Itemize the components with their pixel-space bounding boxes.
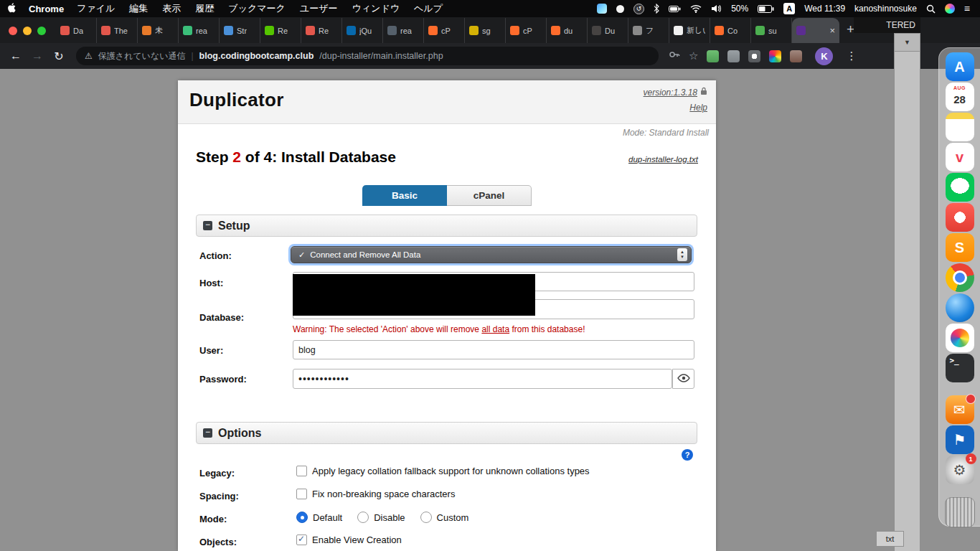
browser-tab[interactable]: Co	[710, 18, 751, 43]
dock-settings-icon[interactable]: ⚙ 1	[946, 456, 974, 484]
input-source-icon[interactable]: A	[783, 3, 795, 14]
zoom-window-button[interactable]	[37, 27, 46, 35]
dock-notes-icon[interactable]	[946, 113, 974, 141]
browser-tab[interactable]: フ	[628, 18, 669, 43]
browser-tab[interactable]: Du	[588, 18, 628, 43]
spacing-checkbox[interactable]	[296, 489, 307, 499]
menu-item[interactable]: 表示	[162, 2, 181, 15]
dock-line-icon[interactable]	[946, 173, 974, 202]
back-icon[interactable]: ←	[6, 50, 26, 62]
keyboard-battery-icon[interactable]	[669, 6, 681, 12]
time-machine-icon[interactable]: ↺	[633, 4, 644, 14]
dock-terminal-icon[interactable]: >_	[946, 354, 974, 382]
active-tab[interactable]: ×	[792, 18, 839, 43]
browser-tab[interactable]: Re	[260, 18, 301, 43]
browser-tab[interactable]: jQu	[342, 18, 383, 43]
minimize-window-button[interactable]	[23, 27, 32, 35]
security-chip[interactable]: 保護されていない通信	[98, 50, 186, 62]
app-menu-chrome[interactable]: Chrome	[29, 4, 64, 14]
objects-checkbox[interactable]	[296, 534, 307, 545]
browser-tab[interactable]: 未	[138, 18, 179, 43]
menu-item[interactable]: 履歴	[195, 2, 214, 15]
collapse-icon[interactable]: −	[203, 221, 212, 230]
dock-browser-ball-icon[interactable]	[946, 293, 974, 322]
forward-icon[interactable]: →	[27, 50, 47, 62]
tab-close-icon[interactable]: ×	[829, 25, 835, 36]
collapse-icon[interactable]: −	[203, 428, 212, 438]
dock-calendar-icon[interactable]: AUG 28	[946, 83, 974, 111]
mode-custom-radio[interactable]	[420, 512, 432, 523]
menu-item[interactable]: ファイル	[77, 2, 115, 15]
tab-basic[interactable]: Basic	[362, 185, 447, 206]
menu-item[interactable]: ユーザー	[300, 2, 338, 15]
shield-gray-ext-icon[interactable]	[727, 50, 740, 62]
installer-log-link[interactable]: dup-installer-log.txt	[628, 155, 698, 164]
browser-tab[interactable]: The	[97, 18, 138, 43]
action-select[interactable]: ✓ Connect and Remove All Data ▲▼	[291, 246, 692, 263]
tab-cpanel[interactable]: cPanel	[447, 185, 532, 206]
white-dot-icon[interactable]	[616, 5, 624, 13]
options-section-header[interactable]: − Options	[196, 422, 697, 444]
wifi-icon[interactable]	[690, 4, 702, 13]
siri-icon[interactable]	[945, 4, 955, 14]
options-help-icon[interactable]: ?	[682, 449, 693, 461]
battery-icon[interactable]	[758, 5, 774, 13]
menu-item[interactable]: ウィンドウ	[352, 2, 400, 15]
browser-tab[interactable]: rea	[383, 18, 424, 43]
dock-red-app-icon[interactable]	[946, 203, 974, 232]
apple-menu-icon[interactable]	[7, 3, 16, 15]
version-link[interactable]: version:1.3.18	[644, 87, 707, 98]
setup-section-header[interactable]: − Setup	[196, 215, 697, 237]
dock-app-store-icon[interactable]: A	[946, 52, 974, 81]
menu-item[interactable]: ヘルプ	[414, 2, 443, 15]
colorwheel-ext-icon[interactable]	[769, 50, 781, 62]
spotlight-icon[interactable]	[926, 4, 936, 14]
background-window-scroll-arrow[interactable]: ▼	[894, 33, 920, 52]
dock-sublime-icon[interactable]: S	[946, 233, 974, 262]
menu-bar-clock[interactable]: Wed 11:39	[804, 4, 845, 14]
browser-tab[interactable]: rea	[179, 18, 220, 43]
status-app-icon[interactable]	[597, 4, 607, 14]
screenshot-ext-icon[interactable]	[748, 50, 760, 62]
volume-icon[interactable]	[711, 4, 722, 13]
password-key-icon[interactable]	[669, 49, 680, 63]
dock-chrome-icon[interactable]	[946, 263, 974, 292]
address-bar[interactable]: ⚠ 保護されていない通信 | blog.codingbootcamp.club …	[76, 47, 659, 65]
dock-photos-icon[interactable]	[946, 324, 974, 352]
browser-tab[interactable]: cP	[506, 18, 547, 43]
browser-tab[interactable]: su	[751, 18, 792, 43]
menu-item[interactable]: ブックマーク	[228, 2, 286, 15]
show-password-button[interactable]	[672, 369, 694, 389]
user-input[interactable]	[293, 340, 694, 359]
battery-percent[interactable]: 50%	[731, 4, 748, 14]
mode-default-radio[interactable]	[296, 512, 308, 523]
dock-mail-app-icon[interactable]: ✉	[946, 395, 974, 424]
misc-ext-icon[interactable]	[790, 50, 802, 62]
reload-icon[interactable]: ↻	[49, 50, 69, 63]
help-link[interactable]: Help	[689, 103, 707, 113]
shield-green-ext-icon[interactable]	[707, 50, 719, 62]
browser-tab[interactable]: du	[547, 18, 588, 43]
action-selected-option[interactable]: Connect and Remove All Data	[310, 250, 420, 259]
dock-code-app-icon[interactable]: ⚑	[946, 425, 974, 454]
chrome-menu-icon[interactable]: ⋮	[846, 50, 857, 62]
bookmark-star-icon[interactable]: ☆	[689, 50, 698, 62]
background-window-scrollbar[interactable]	[894, 52, 920, 551]
password-input[interactable]	[293, 369, 672, 389]
dock-trash-icon[interactable]	[945, 497, 975, 527]
menu-bar-user[interactable]: kanoshinnosuke	[854, 4, 917, 14]
bluetooth-icon[interactable]	[654, 4, 659, 14]
browser-tab[interactable]: Da	[56, 18, 97, 43]
mode-disable-radio[interactable]	[357, 512, 369, 523]
close-window-button[interactable]	[9, 27, 17, 35]
browser-tab[interactable]: cP	[424, 18, 465, 43]
browser-tab[interactable]: Str	[220, 18, 260, 43]
browser-tab[interactable]: Re	[301, 18, 342, 43]
browser-tab[interactable]: 新しい	[669, 18, 710, 43]
browser-tab[interactable]: sg	[465, 18, 506, 43]
profile-avatar[interactable]: K	[815, 47, 833, 65]
legacy-checkbox[interactable]	[296, 466, 307, 476]
menu-item[interactable]: 編集	[129, 2, 148, 15]
dock-pocket-icon[interactable]: v	[946, 143, 974, 171]
notification-center-icon[interactable]: ≡	[964, 4, 970, 14]
